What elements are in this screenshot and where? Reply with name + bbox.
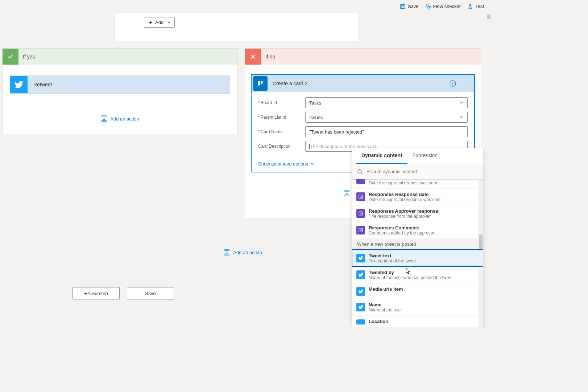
svg-rect-14 <box>225 249 229 250</box>
twitter-icon <box>356 303 365 311</box>
tab-expression[interactable]: Expression <box>407 148 443 164</box>
tab-dynamic-content[interactable]: Dynamic content <box>356 148 407 164</box>
trello-icon <box>253 76 268 91</box>
info-icon[interactable] <box>450 80 456 87</box>
flow-designer-viewport: Save Flow checker Test Add <box>0 0 491 327</box>
dynamic-search[interactable] <box>352 164 483 179</box>
dynamic-search-input[interactable] <box>367 169 478 174</box>
approval-icon <box>356 179 365 184</box>
list-item[interactable]: Responses CommentsComments added by the … <box>352 222 483 238</box>
section-header: When a new tweet is posted <box>352 238 483 250</box>
card-desc-label: Card Description <box>258 144 305 149</box>
parent-list-select[interactable]: Issues <box>305 112 468 123</box>
canvas-scrollbar[interactable] <box>486 13 491 327</box>
board-id-select[interactable]: Tasks <box>305 97 468 108</box>
insert-step-icon <box>224 249 230 256</box>
new-step-button[interactable]: + New step <box>73 287 120 299</box>
list-item[interactable]: Responses Response dateDate the approval… <box>352 188 483 205</box>
parent-list-label: Parent List Id <box>258 115 305 120</box>
flow-checker-label: Flow checker <box>433 4 461 9</box>
board-id-label: Board Id <box>258 100 305 105</box>
check-icon <box>3 49 18 65</box>
svg-rect-15 <box>225 254 229 255</box>
flask-icon <box>467 4 473 9</box>
condition-card: Add <box>115 13 358 41</box>
flow-checker-button[interactable]: Flow checker <box>425 4 461 9</box>
save-flow-button[interactable]: Save <box>127 287 174 299</box>
twitter-icon <box>356 287 365 296</box>
list-item[interactable]: Date the approval request was sent <box>352 180 483 188</box>
create-card-title: Create a card 2 <box>269 81 450 86</box>
list-item[interactable]: Media urls Item <box>352 283 483 299</box>
top-toolbar: Save Flow checker Test <box>0 0 491 13</box>
if-yes-header[interactable]: If yes <box>3 49 237 65</box>
svg-point-16 <box>358 170 361 173</box>
retweet-title: Retweet <box>28 82 208 87</box>
list-item[interactable]: Location <box>352 315 483 324</box>
card-name-input[interactable]: "Tweet has been rejected" <box>305 126 468 137</box>
add-label: Add <box>155 20 163 25</box>
plus-icon <box>148 20 153 25</box>
chevron-down-icon <box>459 115 464 119</box>
save-icon <box>400 4 406 9</box>
stethoscope-icon <box>425 4 431 9</box>
save-button[interactable]: Save <box>400 4 419 9</box>
twitter-icon <box>356 319 365 324</box>
svg-rect-11 <box>452 83 453 85</box>
dynamic-content-popup: Dynamic content Expression Date the appr… <box>352 148 483 327</box>
close-icon <box>245 49 261 65</box>
if-no-title: If no <box>261 54 275 60</box>
twitter-icon <box>10 76 28 93</box>
svg-rect-7 <box>258 81 260 86</box>
create-card-header[interactable]: Create a card 2 · · · <box>252 75 474 92</box>
list-item[interactable]: NameName of the user <box>352 299 483 315</box>
svg-rect-17 <box>359 195 363 199</box>
scrollbar-thumb[interactable] <box>487 15 490 19</box>
card-name-label: Card Name <box>258 129 305 134</box>
twitter-icon <box>356 254 365 262</box>
add-action-yes[interactable]: Add an action <box>10 115 230 122</box>
retweet-menu[interactable]: · · · <box>208 82 230 87</box>
chevron-down-icon <box>310 162 315 166</box>
svg-point-10 <box>452 82 453 83</box>
save-label: Save <box>408 4 419 9</box>
chevron-down-icon <box>459 101 464 105</box>
list-item[interactable]: Responses Approver responseThe response … <box>352 205 483 222</box>
if-yes-branch: If yes Retweet · · · Add an <box>2 48 238 134</box>
list-item-tweet-text[interactable]: Tweet textText content of the tweet <box>352 250 483 266</box>
bottom-buttons: + New step Save <box>73 287 174 299</box>
chevron-down-icon <box>167 21 171 24</box>
svg-rect-19 <box>359 228 363 232</box>
insert-step-icon <box>344 190 350 196</box>
add-action-bottom[interactable]: Add an action <box>181 249 305 256</box>
svg-rect-5 <box>102 121 106 122</box>
approval-icon <box>356 209 365 218</box>
svg-rect-18 <box>359 212 363 215</box>
search-icon <box>357 169 363 175</box>
if-no-header[interactable]: If no <box>245 49 481 65</box>
add-action-bottom-label: Add an action <box>233 250 262 255</box>
svg-rect-2 <box>401 7 404 9</box>
list-item[interactable]: Tweeted byName of the user who has poste… <box>352 266 483 283</box>
add-condition-button[interactable]: Add <box>144 17 175 28</box>
test-label: Test <box>475 4 484 9</box>
dynamic-content-list: Date the approval request was sent Respo… <box>352 179 483 324</box>
svg-rect-8 <box>261 81 263 84</box>
svg-rect-1 <box>402 4 403 6</box>
retweet-action-card[interactable]: Retweet · · · <box>10 75 230 94</box>
svg-rect-4 <box>102 116 106 117</box>
svg-rect-12 <box>345 190 349 191</box>
test-button[interactable]: Test <box>467 4 484 9</box>
approval-icon <box>356 192 365 201</box>
svg-point-3 <box>429 6 430 7</box>
approval-icon <box>356 226 365 234</box>
create-card-menu[interactable]: · · · <box>460 81 474 86</box>
insert-step-icon <box>101 115 107 122</box>
svg-rect-13 <box>345 195 349 196</box>
add-action-yes-label: Add an action <box>110 116 139 122</box>
flow-canvas[interactable]: Add If yes Retwee <box>0 13 491 327</box>
if-yes-title: If yes <box>18 54 35 60</box>
twitter-icon <box>356 270 365 279</box>
